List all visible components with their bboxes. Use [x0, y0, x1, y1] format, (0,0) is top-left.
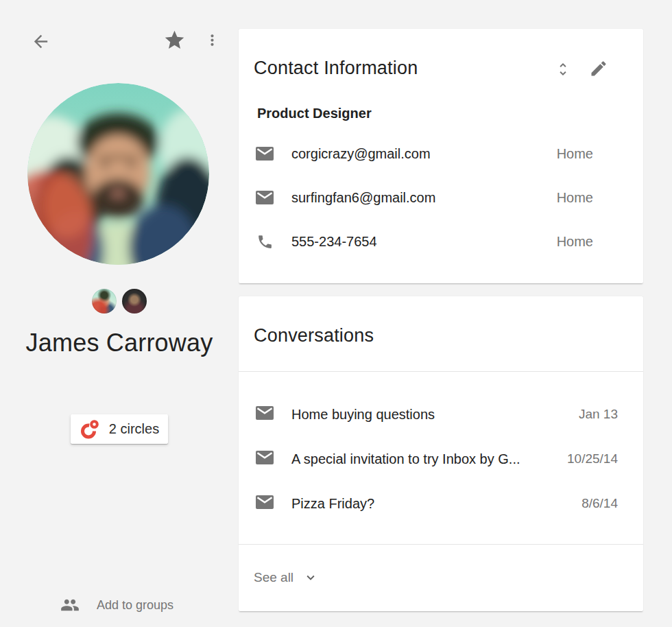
star-button[interactable] — [163, 29, 186, 51]
contact-label: Home — [557, 190, 593, 206]
conversation-date: 10/25/14 — [567, 451, 618, 466]
phone-icon — [256, 233, 274, 250]
contact-value[interactable]: 555-234-7654 — [291, 234, 377, 250]
email-icon — [256, 191, 274, 204]
job-title: Product Designer — [257, 106, 372, 121]
back-button[interactable] — [31, 32, 51, 51]
google-circles-icon — [80, 419, 100, 440]
pencil-icon — [589, 59, 608, 78]
contact-row: corgicrazy@gmail.com Home — [256, 143, 643, 164]
contact-label: Home — [557, 146, 593, 162]
conversation-date: Jan 13 — [579, 407, 618, 422]
contact-row: surfingfan6@gmail.com Home — [256, 187, 643, 208]
email-icon — [256, 406, 274, 423]
contact-information-card: Contact Information Product Designer cor… — [239, 29, 643, 283]
see-all-button[interactable]: See all — [254, 568, 318, 587]
contact-detail-page: James Carroway 2 circles Add to groups C… — [0, 0, 672, 627]
contact-value[interactable]: surfingfan6@gmail.com — [291, 190, 435, 206]
contact-card-title: Contact Information — [254, 58, 418, 79]
groups-icon — [60, 595, 80, 615]
unfold-more-icon — [555, 61, 571, 78]
contact-row: 555-234-7654 Home — [256, 231, 643, 252]
unfold-button[interactable] — [555, 61, 571, 78]
add-to-groups-label: Add to groups — [97, 598, 173, 613]
see-all-label: See all — [254, 570, 293, 585]
conversation-subject: Pizza Friday? — [291, 496, 374, 512]
mini-avatar-row — [0, 289, 239, 314]
conversation-row[interactable]: Home buying questions Jan 13 — [256, 404, 643, 425]
email-icon — [256, 451, 274, 467]
email-icon — [256, 147, 274, 161]
more-vert-icon — [204, 32, 221, 49]
contact-name: James Carroway — [0, 329, 239, 357]
mini-avatar-1[interactable] — [92, 289, 117, 314]
star-icon — [163, 29, 186, 51]
circles-button-label: 2 circles — [109, 421, 159, 437]
profile-photo — [27, 83, 209, 265]
divider — [239, 544, 643, 545]
conversation-row[interactable]: Pizza Friday? 8/6/14 — [256, 493, 643, 514]
conversations-card: Conversations Home buying questions Jan … — [239, 296, 643, 611]
divider — [239, 371, 643, 372]
chevron-down-icon — [303, 570, 318, 585]
contact-value[interactable]: corgicrazy@gmail.com — [291, 146, 431, 162]
contact-label: Home — [557, 234, 593, 250]
mini-avatar-2[interactable] — [122, 289, 147, 314]
edit-button[interactable] — [589, 59, 608, 78]
add-to-groups-button[interactable]: Add to groups — [60, 595, 173, 615]
conversation-date: 8/6/14 — [581, 496, 618, 511]
email-icon — [256, 495, 274, 512]
profile-photo-image — [27, 83, 209, 265]
conversation-subject: A special invitation to try Inbox by G..… — [291, 451, 520, 467]
conversation-row[interactable]: A special invitation to try Inbox by G..… — [256, 449, 643, 469]
more-menu-button[interactable] — [204, 32, 221, 49]
arrow-back-icon — [31, 32, 51, 51]
conversations-card-title: Conversations — [254, 325, 374, 346]
conversation-subject: Home buying questions — [291, 407, 435, 423]
circles-button[interactable]: 2 circles — [71, 414, 168, 444]
